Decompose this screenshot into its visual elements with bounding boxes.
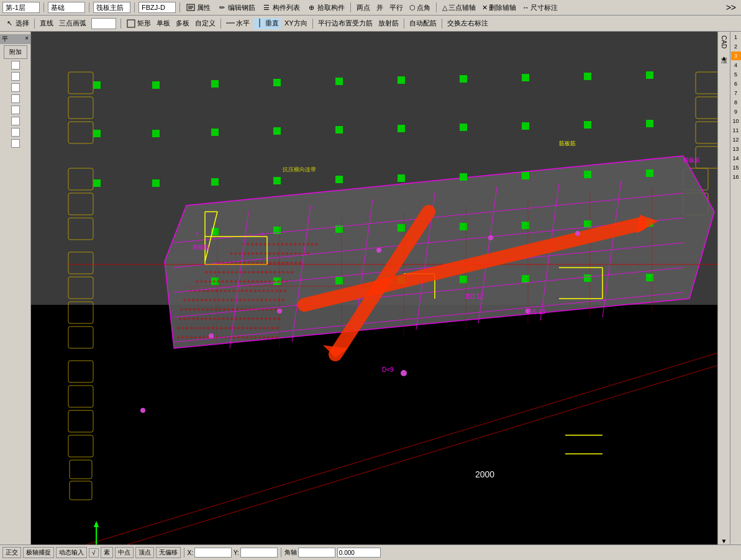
property-btn[interactable]: 属性 <box>184 2 212 13</box>
layer-num-6[interactable]: 6 <box>731 79 741 88</box>
orthogonal-btn[interactable]: 正交 <box>2 547 21 558</box>
y-input[interactable] <box>240 548 278 558</box>
scroll-up-btn[interactable]: ▲ <box>721 55 727 61</box>
layer-num-11[interactable]: 11 <box>731 126 741 135</box>
bar-type-dropdown[interactable]: 筏板主筋 <box>93 2 130 13</box>
dynamic-input-btn[interactable]: 动态输入 <box>56 547 87 558</box>
bar-code-dropdown[interactable]: FBZJ-D <box>139 2 176 13</box>
vertical-label: 垂直 <box>265 19 279 28</box>
canvas-area[interactable]: + + + + + + + + + + + + + + + + + + + + … <box>31 32 730 544</box>
parallel-force-btn[interactable]: 平行边布置受力筋 <box>316 18 375 29</box>
x-field: X: <box>188 548 232 558</box>
layer-num-1[interactable]: 1 <box>731 33 741 42</box>
checkbox-2[interactable] <box>11 72 20 81</box>
layer-num-3[interactable]: 3 <box>731 52 741 60</box>
radial-btn[interactable]: 放射筋 <box>376 18 401 29</box>
vertex-btn[interactable]: 顶点 <box>135 547 154 558</box>
horizontal-btn[interactable]: 水平 <box>224 18 252 29</box>
svg-point-139 <box>401 370 407 376</box>
layer-num-2[interactable]: 2 <box>731 42 741 51</box>
dimension-btn[interactable]: ↔ 尺寸标注 <box>521 2 560 13</box>
component-list-btn[interactable]: ☰ 构件列表 <box>260 2 302 13</box>
axis-input[interactable] <box>298 548 335 558</box>
radial-label: 放射筋 <box>378 19 399 28</box>
three-point-axis-btn[interactable]: △ 三点辅轴 <box>440 2 478 13</box>
svg-rect-52 <box>93 179 101 187</box>
checkbox-4[interactable] <box>11 94 20 103</box>
svg-rect-56 <box>335 176 343 183</box>
layer-num-4[interactable]: 4 <box>731 61 741 70</box>
multi-board-btn[interactable]: 多板 <box>174 18 191 29</box>
property-label: 属性 <box>197 3 211 12</box>
custom-label: 自定义 <box>195 19 216 28</box>
single-board-btn[interactable]: 单板 <box>155 18 172 29</box>
svg-text:+ + + + + + + + + + + + + + + : + + + + + + + + + + + + + + + + + + + + … <box>177 335 279 340</box>
layer-num-5[interactable]: 5 <box>731 70 741 79</box>
pick-label: 拾取构件 <box>317 3 345 12</box>
draw-dropdown[interactable] <box>91 18 116 29</box>
polar-snap-btn[interactable]: 极轴捕捉 <box>23 547 54 558</box>
panel-close-btn[interactable]: × <box>25 35 29 43</box>
checkbox-7[interactable] <box>11 128 20 137</box>
svg-rect-57 <box>398 174 405 182</box>
element-btn[interactable]: 素 <box>101 547 113 558</box>
add-btn[interactable]: 附加 <box>4 45 27 59</box>
vertical-btn[interactable]: 垂直 <box>253 18 281 29</box>
arc-btn[interactable]: 三点画弧 <box>57 18 88 29</box>
angle-btn[interactable]: ⬡ 点角 <box>407 2 432 13</box>
layer-num-13[interactable]: 13 <box>731 145 741 153</box>
select-btn[interactable]: ↖ 选择 <box>2 18 31 29</box>
render-label[interactable]: 渲 <box>719 51 730 53</box>
layer-num-7[interactable]: 7 <box>731 89 741 97</box>
auto-bar-btn[interactable]: 自动配筋 <box>407 18 439 29</box>
scroll-down-btn[interactable]: ▼ <box>721 538 727 544</box>
midpoint-btn[interactable]: 中点 <box>115 547 134 558</box>
checkbox-1[interactable] <box>11 61 20 70</box>
toolbar-1: 第-1层 基础 筏板主筋 FBZJ-D 属性 ✏ 编辑钢筋 ☰ 构件列表 ⊕ 拾… <box>0 0 741 16</box>
layer-num-12[interactable]: 12 <box>731 135 741 144</box>
cad-label[interactable]: CAD <box>719 34 729 50</box>
layer-dropdown[interactable]: 第-1层 <box>2 2 40 13</box>
svg-rect-53 <box>152 179 160 187</box>
rect-btn[interactable]: 矩形 <box>124 18 153 29</box>
value-input[interactable] <box>337 548 381 558</box>
merge-btn[interactable]: 并 <box>375 2 385 13</box>
custom-btn[interactable]: 自定义 <box>193 18 217 29</box>
checkbox-5[interactable] <box>11 106 20 114</box>
svg-text:+ + + + + + + + + + + + + + + : + + + + + + + + + + + + + + + + + + + + … <box>196 279 289 284</box>
x-input[interactable] <box>194 548 232 558</box>
select-label: 选择 <box>16 19 29 28</box>
pick-btn[interactable]: ⊕ 拾取构件 <box>304 2 347 13</box>
svg-rect-44 <box>211 129 219 136</box>
checkbox-6[interactable] <box>11 117 20 125</box>
more-btn[interactable]: >> <box>724 2 739 12</box>
type-dropdown[interactable]: 基础 <box>48 2 85 13</box>
svg-rect-58 <box>460 173 467 181</box>
layer-num-15[interactable]: 15 <box>731 163 741 172</box>
swap-btn[interactable]: 交换左右标注 <box>445 18 490 29</box>
checkbox-3[interactable] <box>11 83 20 92</box>
layer-num-8[interactable]: 8 <box>731 98 741 107</box>
edit-bar-btn[interactable]: ✏ 编辑钢筋 <box>215 2 257 13</box>
checkbox-8[interactable] <box>11 139 20 148</box>
delete-axis-btn[interactable]: ✕ 删除辅轴 <box>480 2 518 13</box>
xy-btn[interactable]: XY方向 <box>283 18 309 29</box>
svg-rect-39 <box>522 74 529 81</box>
svg-rect-38 <box>460 75 467 83</box>
two-point-btn[interactable]: 两点 <box>355 2 372 13</box>
layer-num-9[interactable]: 9 <box>731 107 741 116</box>
svg-rect-42 <box>93 130 101 137</box>
svg-rect-59 <box>522 172 529 179</box>
svg-text:筋板筋: 筋板筋 <box>193 244 209 250</box>
parallel-btn[interactable]: 平行 <box>388 2 405 13</box>
layer-num-14[interactable]: 14 <box>731 154 741 163</box>
checkmark-btn[interactable]: √ <box>89 548 99 558</box>
sep5 <box>350 2 351 12</box>
no-offset-btn[interactable]: 无偏移 <box>156 547 181 558</box>
layer-num-16[interactable]: 16 <box>731 173 741 181</box>
layer-num-10[interactable]: 10 <box>731 117 741 125</box>
svg-text:DS:13: DS:13 <box>528 309 545 315</box>
line-btn[interactable]: 直线 <box>38 18 55 29</box>
left-panel-header: 平 × <box>0 34 30 44</box>
right-numbers-panel: 1 2 3 4 5 6 7 8 9 10 11 12 13 14 15 16 <box>730 32 741 544</box>
